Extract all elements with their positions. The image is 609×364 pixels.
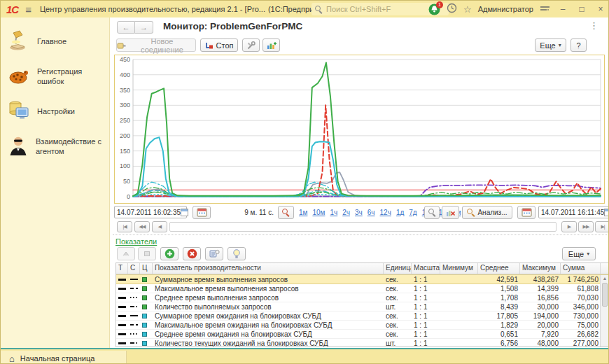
forward-button[interactable]: → <box>135 21 153 34</box>
tools-button[interactable] <box>242 38 260 52</box>
app-window: 1С ≡ Центр управления производительность… <box>0 0 609 364</box>
fast-back-button[interactable]: ◀◀ <box>134 221 150 232</box>
sidebar-item-label: Главное <box>37 37 66 47</box>
performance-chart[interactable]: 050100150200250300350400450 <box>114 55 605 204</box>
table-scrollbar[interactable]: ▲ <box>600 275 609 346</box>
column-header-4[interactable]: Единица <box>384 263 412 274</box>
scrollbar-thumb[interactable] <box>602 283 608 307</box>
back-button[interactable]: ← <box>117 21 135 34</box>
close-button[interactable]: × <box>594 4 607 14</box>
scroll-up-icon[interactable]: ▲ <box>601 275 609 282</box>
chart-settings-button[interactable] <box>262 38 280 52</box>
notifications-button[interactable]: 1 <box>428 4 440 15</box>
cell-unit: сек. <box>384 312 412 320</box>
chevron-down-icon: ▾ <box>559 42 561 48</box>
cell-name: Среднее время выполнения запросов <box>153 293 384 302</box>
minimize-button[interactable]: – <box>556 4 569 14</box>
table-row[interactable]: Суммарное время выполнения запросовсек.1… <box>116 274 609 284</box>
indicators-link[interactable]: Показатели <box>115 237 157 246</box>
column-header-7[interactable]: Среднее <box>478 263 520 274</box>
favorites-icon[interactable]: ☆ <box>463 4 472 15</box>
range-link-1[interactable]: 10м <box>312 209 325 216</box>
hint-button[interactable] <box>227 247 246 260</box>
move-up-button[interactable] <box>117 247 135 260</box>
column-header-8[interactable]: Максимум <box>520 263 561 274</box>
table-row[interactable]: Суммарное время ожидания на блокировках … <box>116 312 609 321</box>
fast-forward-button[interactable]: ▶▶ <box>578 221 594 232</box>
delete-icon <box>187 248 197 259</box>
period-select-button-end[interactable] <box>517 206 536 219</box>
range-link-0[interactable]: 1м <box>299 209 307 216</box>
table-row[interactable]: Максимальное время выполнения запросовсе… <box>116 284 609 293</box>
range-link-6[interactable]: 12ч <box>380 209 391 216</box>
table-row[interactable]: Среднее время ожидания на блокировках СУ… <box>116 330 609 339</box>
go-first-button[interactable]: |◀ <box>117 221 132 232</box>
range-link-3[interactable]: 2ч <box>342 209 350 216</box>
stop-button[interactable]: Стоп <box>200 38 238 52</box>
new-connection-button[interactable]: Новое соединение <box>116 38 196 52</box>
page-title: Монитор: ProblemGenForPMC <box>163 21 302 31</box>
period-start-input[interactable]: 14.07.2011 16:02:35 <box>114 206 187 218</box>
column-header-9[interactable]: Сумма <box>561 263 601 274</box>
add-indicator-button[interactable] <box>160 247 178 260</box>
table-row[interactable]: Количество текущих ожиданий на блокировк… <box>116 339 609 347</box>
cell-max: 30,000 <box>520 302 561 311</box>
lightbulb-icon <box>232 249 241 259</box>
column-header-5[interactable]: Масштаб <box>412 263 440 274</box>
cell-max: 16,856 <box>520 293 561 302</box>
1c-logo-icon: 1С <box>6 4 18 15</box>
maximize-button[interactable]: □ <box>575 4 588 14</box>
delete-indicator-button[interactable] <box>183 247 201 260</box>
sidebar-item-3[interactable]: Взаимодействие с агентом <box>1 130 109 164</box>
line-color-sample <box>140 321 153 329</box>
step-forward-button[interactable]: ▶ <box>561 221 577 232</box>
zoom-in-button[interactable] <box>278 206 294 219</box>
range-link-2[interactable]: 1ч <box>330 209 337 216</box>
calendar-icon[interactable] <box>604 209 609 216</box>
table-row[interactable]: Среднее время выполнения запросовсек.1 :… <box>116 293 609 302</box>
analyze-button[interactable]: Анализ... <box>462 206 512 219</box>
go-last-button[interactable]: ▶| <box>595 221 609 232</box>
properties-button[interactable] <box>205 247 223 260</box>
range-link-7[interactable]: 1д <box>396 209 404 216</box>
range-link-4[interactable]: 3ч <box>355 209 363 216</box>
range-link-5[interactable]: 6ч <box>368 209 375 216</box>
clear-chart-button[interactable] <box>442 206 459 219</box>
sidebar-item-label: Регистрация ошибок <box>37 67 105 87</box>
history-button[interactable] <box>447 3 457 16</box>
column-header-0[interactable]: Т <box>116 263 128 274</box>
line-style-sample <box>128 321 140 329</box>
line-color-sample <box>140 284 153 293</box>
sidebar-item-1[interactable]: Регистрация ошибок <box>1 59 109 94</box>
settings-menu-icon[interactable] <box>540 3 550 15</box>
zoom-in-icon <box>282 209 290 216</box>
period-select-button[interactable] <box>192 206 211 219</box>
line-style-sample <box>128 330 140 338</box>
cell-name: Количество выполняемых запросов <box>153 302 384 311</box>
pager-track[interactable] <box>169 222 556 232</box>
main-menu-icon[interactable]: ≡ <box>25 4 31 15</box>
column-header-6[interactable]: Минимум <box>440 263 478 274</box>
sidebar-item-2[interactable]: Настройки <box>1 94 109 130</box>
column-header-2[interactable]: Ц <box>140 263 153 274</box>
sidebar-item-0[interactable]: Главное <box>1 24 109 59</box>
column-header-1[interactable]: С <box>128 263 140 274</box>
move-down-button[interactable] <box>138 247 156 260</box>
line-color-sample <box>140 339 153 347</box>
tab-home-page[interactable]: ⌂ Начальная страница <box>1 351 127 364</box>
cell-name: Суммарное время выполнения запросов <box>153 275 384 284</box>
zoom-out-button[interactable] <box>424 206 440 219</box>
period-end-input[interactable]: 14.07.2011 16:11:45 <box>538 206 609 218</box>
user-name[interactable]: Администратор <box>478 5 533 13</box>
calendar-icon[interactable] <box>181 209 188 216</box>
step-back-button[interactable]: ◀ <box>152 221 167 232</box>
new-connection-label: Новое соединение <box>129 37 195 54</box>
help-button[interactable]: ? <box>570 38 587 52</box>
indicators-more-button[interactable]: Еще ▾ <box>562 247 596 260</box>
column-header-3[interactable]: Показатель производительности <box>153 263 384 274</box>
table-row[interactable]: Количество выполняемых запросовшт.1 : 18… <box>116 302 609 312</box>
range-link-8[interactable]: 7д <box>409 209 416 216</box>
form-menu-icon[interactable]: ⋮ <box>589 20 598 31</box>
more-button[interactable]: Еще ▾ <box>535 38 566 52</box>
table-row[interactable]: Максимальное время ожидания на блокировк… <box>116 321 609 330</box>
